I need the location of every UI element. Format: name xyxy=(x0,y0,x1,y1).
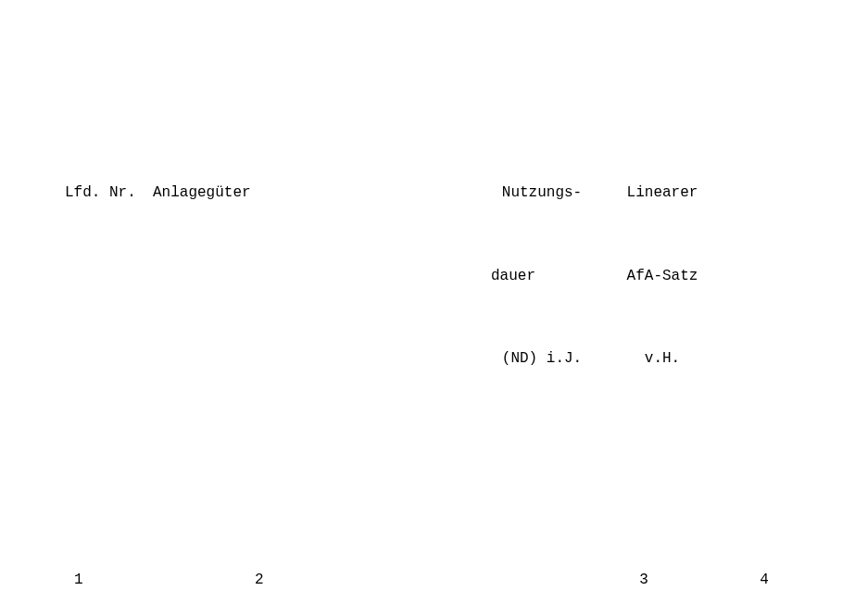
header-row-2: dauer AfA-Satz xyxy=(0,266,855,286)
afa-table: Lfd. Nr. Anlagegüter Nutzungs- Linearer … xyxy=(0,83,855,616)
header-nd-3: (ND) i.J. xyxy=(491,348,593,369)
header-nd-2: dauer xyxy=(491,266,593,286)
header-row-3: (ND) i.J. v.H. xyxy=(0,348,855,369)
header-anlagegueter: Anlagegüter xyxy=(153,182,491,203)
colnum-1: 1 xyxy=(0,570,153,590)
header-lfdnr: Lfd. Nr. xyxy=(0,182,153,203)
colnum-3: 3 xyxy=(593,570,695,590)
header-afa-2: AfA-Satz xyxy=(593,266,732,286)
header-nd-1: Nutzungs- xyxy=(491,182,593,203)
colnum-4: 4 xyxy=(695,570,834,590)
header-afa-3: v.H. xyxy=(593,348,732,369)
column-number-row: 1 2 3 4 xyxy=(0,570,855,590)
header-row-1: Lfd. Nr. Anlagegüter Nutzungs- Linearer xyxy=(0,182,855,203)
header-afa-1: Linearer xyxy=(593,182,732,203)
colnum-2: 2 xyxy=(153,570,593,590)
